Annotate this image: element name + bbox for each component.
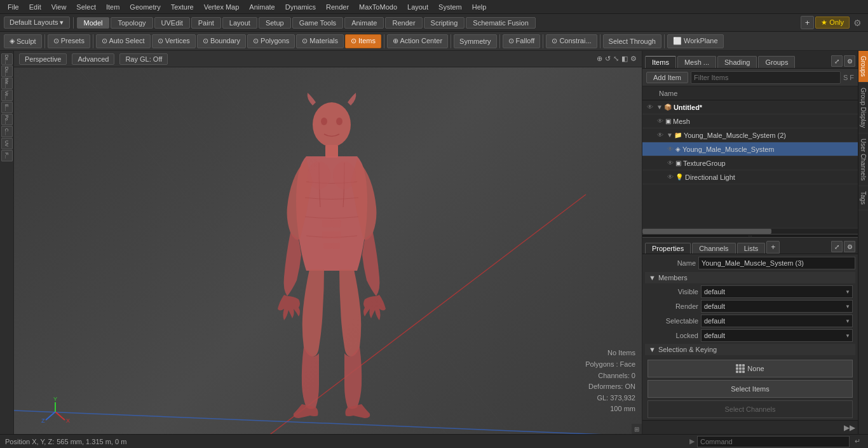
prop-panel-icon-2[interactable]: ⚙ bbox=[844, 241, 855, 252]
menu-render[interactable]: Render bbox=[321, 2, 354, 12]
tab-animate[interactable]: Animate bbox=[344, 17, 384, 29]
polygons-button[interactable]: ⊙ Polygons bbox=[247, 34, 295, 48]
sidebar-btn-pol[interactable]: Po... bbox=[1, 114, 13, 125]
menu-file[interactable]: File bbox=[3, 2, 24, 12]
tab-layout[interactable]: Layout bbox=[222, 17, 257, 29]
falloff-button[interactable]: ⊙ Falloff bbox=[503, 34, 541, 48]
list-item-muscle-system[interactable]: 👁 ◈ Young_Male_Muscle_System bbox=[642, 142, 858, 156]
select-channels-button[interactable]: Select Channels bbox=[648, 400, 853, 418]
symmetry-button[interactable]: Symmetry bbox=[454, 34, 497, 48]
workplane-button[interactable]: ⬜ WorkPlane bbox=[667, 34, 724, 48]
viewport-icon-2[interactable]: ↺ bbox=[605, 55, 611, 63]
prop-tab-lists[interactable]: Lists bbox=[737, 243, 766, 254]
auto-select-button[interactable]: ⊙ Auto Select bbox=[96, 34, 151, 48]
tab-game-tools[interactable]: Game Tools bbox=[292, 17, 344, 29]
tab-groups[interactable]: Groups bbox=[758, 56, 795, 68]
tab-setup[interactable]: Setup bbox=[259, 17, 291, 29]
menu-item[interactable]: Item bbox=[101, 2, 125, 12]
sidebar-btn-mesh[interactable]: Me... bbox=[1, 78, 13, 89]
items-button[interactable]: ⊙ Items bbox=[345, 34, 381, 48]
viewport[interactable]: Perspective Advanced Ray GL: Off ⊕ ↺ ⤡ ◧… bbox=[14, 51, 642, 434]
tab-scripting[interactable]: Scripting bbox=[424, 17, 465, 29]
sidebar-btn-c[interactable]: C... bbox=[1, 126, 13, 137]
list-item-mesh[interactable]: 👁 ▣ Mesh bbox=[642, 114, 858, 128]
prop-select-render[interactable]: default bbox=[701, 300, 853, 313]
menu-system[interactable]: System bbox=[433, 2, 467, 12]
prop-tab-plus[interactable]: + bbox=[766, 241, 780, 254]
tab-shading[interactable]: Shading bbox=[717, 56, 757, 68]
prop-select-selectable[interactable]: default bbox=[701, 315, 853, 327]
vertices-button[interactable]: ⊙ Vertices bbox=[152, 34, 196, 48]
list-item-texture-group[interactable]: 👁 ▣ TextureGroup bbox=[642, 156, 858, 170]
select-items-button[interactable]: Select Items bbox=[648, 380, 853, 398]
tab-mesh[interactable]: Mesh ... bbox=[677, 56, 716, 68]
sidebar-btn-ver[interactable]: Ve... bbox=[1, 90, 13, 101]
prop-section-keying[interactable]: ▼ Selection & Keying bbox=[645, 344, 855, 355]
viewport-canvas[interactable]: No Items Polygons : Face Channels: 0 Def… bbox=[14, 67, 642, 434]
prop-name-value[interactable]: Young_Male_Muscle_System (3) bbox=[698, 257, 855, 269]
sidebar-btn-dup[interactable]: Du... bbox=[1, 65, 13, 77]
tab-items[interactable]: Items bbox=[645, 56, 676, 68]
filter-items-input[interactable] bbox=[691, 71, 841, 84]
tab-model[interactable]: Model bbox=[77, 17, 110, 29]
menu-dynamics[interactable]: Dynamics bbox=[280, 2, 321, 12]
sidebar-btn-f[interactable]: F... bbox=[1, 150, 13, 161]
prop-section-members[interactable]: ▼ Members bbox=[645, 272, 855, 283]
menu-view[interactable]: View bbox=[46, 2, 72, 12]
sidebar-btn-uv[interactable]: UV bbox=[1, 138, 13, 149]
viewport-icon-3[interactable]: ⤡ bbox=[613, 55, 619, 63]
viewport-icon-4[interactable]: ◧ bbox=[621, 55, 628, 63]
status-arrow-icon[interactable]: ▶ bbox=[689, 437, 695, 445]
tab-topology[interactable]: Topology bbox=[111, 17, 153, 29]
far-tab-groups[interactable]: Groups bbox=[858, 51, 868, 83]
list-item-untitled[interactable]: 👁 ▼ 📦 Untitled* bbox=[642, 100, 858, 114]
viewport-icon-1[interactable]: ⊕ bbox=[597, 55, 602, 63]
layout-dropdown[interactable]: Default Layouts ▾ bbox=[4, 17, 70, 29]
materials-button[interactable]: ⊙ Materials bbox=[296, 34, 344, 48]
menu-edit[interactable]: Edit bbox=[24, 2, 46, 12]
sculpt-button[interactable]: ◈ Sculpt bbox=[4, 34, 42, 48]
far-tab-user-channels[interactable]: User Channels bbox=[858, 133, 868, 186]
expand-button[interactable]: ⊞ bbox=[632, 424, 642, 434]
menu-animate[interactable]: Animate bbox=[244, 2, 280, 12]
prop-tab-properties[interactable]: Properties bbox=[645, 243, 691, 254]
constraints-button[interactable]: ⊙ Constrai... bbox=[546, 34, 597, 48]
eye-icon-muscle-system[interactable]: 👁 bbox=[665, 144, 675, 154]
boundary-button[interactable]: ⊙ Boundary bbox=[197, 34, 246, 48]
sidebar-btn-de[interactable]: De... bbox=[1, 53, 13, 65]
eye-icon-muscle-group[interactable]: 👁 bbox=[655, 130, 665, 140]
menu-vertex-map[interactable]: Vertex Map bbox=[199, 2, 245, 12]
tab-render[interactable]: Render bbox=[385, 17, 422, 29]
viewport-advanced-btn[interactable]: Advanced bbox=[72, 53, 114, 65]
viewport-perspective-btn[interactable]: Perspective bbox=[19, 53, 67, 65]
tab-schematic-fusion[interactable]: Schematic Fusion bbox=[466, 17, 535, 29]
settings-icon[interactable]: ⚙ bbox=[851, 18, 864, 28]
command-submit-icon[interactable]: ↵ bbox=[852, 437, 863, 445]
far-tab-tags[interactable]: Tags bbox=[858, 186, 868, 210]
prop-tab-channels[interactable]: Channels bbox=[692, 243, 735, 254]
list-item-directional-light[interactable]: 👁 💡 Directional Light bbox=[642, 170, 858, 184]
eye-icon-untitled[interactable]: 👁 bbox=[645, 102, 655, 112]
prop-panel-icon-1[interactable]: ⤢ bbox=[831, 241, 843, 252]
eye-icon-mesh[interactable]: 👁 bbox=[655, 116, 665, 126]
menu-geometry[interactable]: Geometry bbox=[125, 2, 165, 12]
select-through-button[interactable]: Select Through bbox=[603, 34, 661, 48]
add-tab-button[interactable]: + bbox=[801, 16, 815, 29]
star-only-button[interactable]: ★ Only bbox=[815, 17, 850, 29]
prop-expand-icon[interactable]: ▶▶ bbox=[844, 423, 855, 432]
prop-select-locked[interactable]: default bbox=[701, 329, 853, 342]
panel-icon-expand[interactable]: ⤢ bbox=[831, 55, 843, 67]
eye-icon-directional-light[interactable]: 👁 bbox=[665, 172, 675, 182]
panel-icon-settings[interactable]: ⚙ bbox=[844, 55, 855, 67]
menu-texture[interactable]: Texture bbox=[166, 2, 199, 12]
far-tab-group-display[interactable]: Group Display bbox=[858, 83, 868, 133]
menu-layout[interactable]: Layout bbox=[402, 2, 433, 12]
menu-select[interactable]: Select bbox=[71, 2, 101, 12]
keying-none-button[interactable]: None bbox=[648, 360, 853, 377]
viewport-icon-5[interactable]: ⚙ bbox=[630, 55, 637, 63]
list-item-muscle-group[interactable]: 👁 ▼ 📁 Young_Male_Muscle_System (2) bbox=[642, 128, 858, 142]
presets-button[interactable]: ⊙ Presets bbox=[48, 34, 90, 48]
menu-help[interactable]: Help bbox=[467, 2, 492, 12]
action-center-button[interactable]: ⊕ Action Center bbox=[387, 34, 448, 48]
items-scrollbar-thumb[interactable] bbox=[642, 229, 771, 234]
